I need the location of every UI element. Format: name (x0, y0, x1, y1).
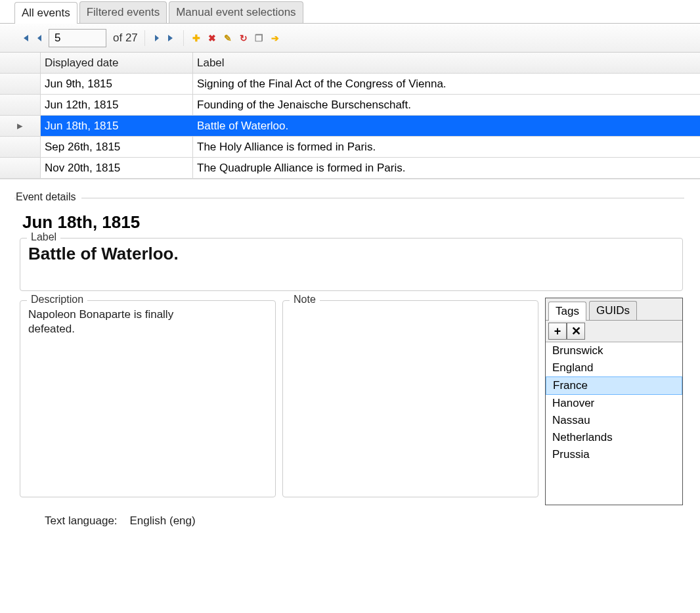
cell-date: Sep 26th, 1815 (41, 137, 193, 157)
column-header-label[interactable]: Label (193, 53, 700, 73)
cell-date: Jun 12th, 1815 (41, 95, 193, 115)
table-row[interactable]: Jun 12th, 1815Founding of the Jenaische … (0, 95, 700, 116)
tab-manual-selections[interactable]: Manual event selections (169, 1, 303, 23)
separator (144, 30, 145, 46)
cell-date: Jun 18th, 1815 (41, 116, 193, 136)
last-page-icon[interactable] (166, 33, 177, 43)
note-fieldset: Note (282, 300, 538, 497)
cell-label: The Quadruple Alliance is formed in Pari… (193, 158, 700, 178)
cell-label: Signing of the Final Act of the Congress… (193, 74, 700, 94)
row-indicator (0, 158, 41, 178)
cell-label: The Holy Alliance is formed in Paris. (193, 137, 700, 157)
language-label: Text language: (45, 514, 118, 527)
tags-toolbar: + ✕ (546, 321, 682, 342)
prev-page-icon[interactable] (34, 33, 45, 43)
edit-icon[interactable]: ✎ (222, 32, 234, 44)
main-tab-row: All events Filtered events Manual event … (0, 0, 700, 24)
description-text[interactable]: Napoleon Bonaparte is finally defeated. (28, 307, 199, 336)
table-row[interactable]: ▸Jun 18th, 1815Battle of Waterloo. (0, 116, 700, 137)
tag-item[interactable]: France (546, 376, 682, 395)
next-page-icon[interactable] (152, 33, 162, 43)
tag-item[interactable]: England (546, 359, 682, 376)
delete-icon[interactable]: ✖ (206, 32, 218, 44)
event-date-heading: Jun 18th, 1815 (22, 212, 684, 233)
event-label-text: Battle of Waterloo. (27, 244, 676, 264)
tags-list[interactable]: BrunswickEnglandFranceHanoverNassauNethe… (546, 342, 682, 505)
event-details-title: Event details (16, 191, 81, 203)
language-value: English (eng) (130, 514, 196, 527)
tags-panel: Tags GUIDs + ✕ BrunswickEnglandFranceHan… (545, 298, 683, 505)
tag-item[interactable]: Nassau (546, 412, 682, 429)
separator (183, 30, 184, 46)
row-indicator (0, 95, 41, 115)
event-grid: Displayed date Label Jun 9th, 1815Signin… (0, 53, 700, 179)
cell-date: Nov 20th, 1815 (41, 158, 193, 178)
row-indicator (0, 137, 41, 157)
table-row[interactable]: Sep 26th, 1815The Holy Alliance is forme… (0, 137, 700, 158)
first-page-icon[interactable] (20, 33, 30, 43)
tab-guids[interactable]: GUIDs (589, 301, 637, 320)
arrow-right-icon[interactable]: ➔ (269, 32, 281, 44)
table-row[interactable]: Jun 9th, 1815Signing of the Final Act of… (0, 74, 700, 95)
label-legend: Label (27, 231, 60, 243)
row-indicator: ▸ (0, 116, 41, 136)
note-legend: Note (290, 294, 320, 306)
tag-item[interactable]: Netherlands (546, 429, 682, 446)
tab-tags[interactable]: Tags (548, 302, 586, 321)
description-legend: Description (27, 294, 87, 306)
tab-filtered-events[interactable]: Filtered events (79, 1, 167, 23)
copy-icon[interactable]: ❐ (253, 32, 265, 44)
column-header-date[interactable]: Displayed date (41, 53, 193, 73)
description-fieldset: Description Napoleon Bonaparte is finall… (20, 300, 276, 497)
event-details-section: Event details Jun 18th, 1815 Label Battl… (0, 179, 700, 528)
tag-item[interactable]: Brunswick (546, 342, 682, 359)
page-total-label: of 27 (113, 32, 138, 45)
cell-label: Battle of Waterloo. (193, 116, 700, 136)
paging-toolbar: of 27 ✚ ✖ ✎ ↻ ❐ ➔ (0, 24, 700, 53)
add-tag-button[interactable]: + (548, 323, 567, 340)
cell-date: Jun 9th, 1815 (41, 74, 193, 94)
tags-tab-row: Tags GUIDs (546, 298, 682, 321)
label-fieldset: Label Battle of Waterloo. (20, 238, 683, 291)
refresh-icon[interactable]: ↻ (238, 32, 250, 44)
table-row[interactable]: Nov 20th, 1815The Quadruple Alliance is … (0, 158, 700, 179)
add-icon[interactable]: ✚ (190, 32, 202, 44)
cell-label: Founding of the Jenaische Burschenschaft… (193, 95, 700, 115)
row-indicator (0, 74, 41, 94)
remove-tag-button[interactable]: ✕ (567, 323, 585, 340)
tag-item[interactable]: Hanover (546, 395, 682, 412)
tag-item[interactable]: Prussia (546, 446, 682, 463)
grid-header-row: Displayed date Label (0, 53, 700, 74)
language-row: Text language: English (eng) (14, 505, 684, 528)
page-number-input[interactable] (49, 29, 106, 47)
rowheader-cell (0, 53, 41, 73)
tab-all-events[interactable]: All events (14, 2, 77, 24)
